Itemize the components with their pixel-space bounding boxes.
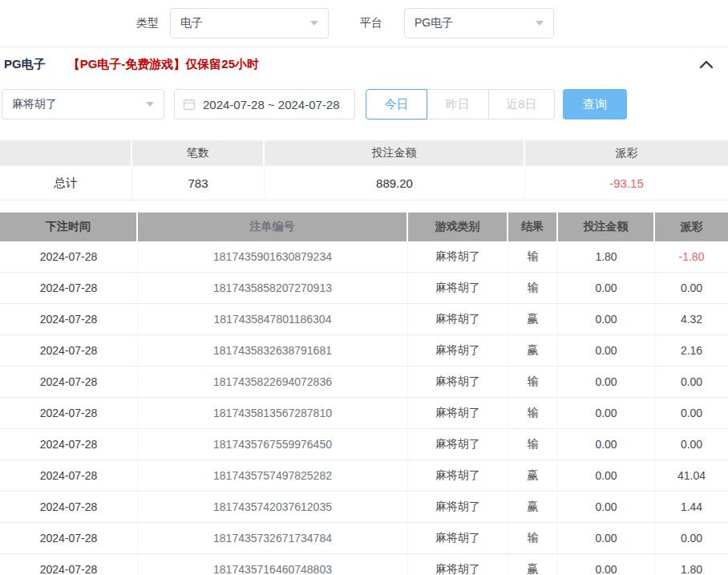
header-bet-time: 下注时间 xyxy=(0,213,138,241)
cell-payout: 4.32 xyxy=(655,304,728,334)
cell-game: 麻将胡了 xyxy=(408,304,508,334)
section-notice: 【PG电子-免费游戏】仅保留25小时 xyxy=(68,57,259,72)
header-payout: 派彩 xyxy=(655,213,728,241)
platform-select-value: PG电子 xyxy=(415,16,453,30)
cell-result: 赢 xyxy=(508,304,558,334)
date-range-input[interactable]: 2024-07-28 ~ 2024-07-28 xyxy=(174,89,355,119)
cell-bet-amount: 0.00 xyxy=(558,304,655,334)
query-bar: 麻将胡了 2024-07-28 ~ 2024-07-28 今日 昨日 近8日 查… xyxy=(2,89,728,119)
table-row: 2024-07-28 1817435901630879234 麻将胡了 输 1.… xyxy=(0,241,728,273)
cell-result: 输 xyxy=(508,241,558,272)
cell-bet-time: 2024-07-28 xyxy=(0,429,138,460)
cell-bet-amount: 0.00 xyxy=(558,523,655,553)
cell-bet-id: 1817435757497825282 xyxy=(138,460,408,491)
table-row: 2024-07-28 1817435767559976450 麻将胡了 输 0.… xyxy=(0,429,728,460)
table-row: 2024-07-28 1817435742037612035 麻将胡了 赢 0.… xyxy=(0,492,728,523)
header-bet-id: 注单编号 xyxy=(138,213,408,241)
cell-result: 赢 xyxy=(508,335,558,366)
caret-down-icon xyxy=(146,102,154,107)
cell-bet-time: 2024-07-28 xyxy=(0,273,138,303)
cell-payout: -1.80 xyxy=(655,241,728,272)
cell-bet-time: 2024-07-28 xyxy=(0,335,138,366)
cell-bet-amount: 0.00 xyxy=(558,460,655,491)
caret-down-icon xyxy=(310,21,318,26)
cell-bet-id: 1817435716460748803 xyxy=(138,554,408,575)
table-row: 2024-07-28 1817435847801186304 麻将胡了 赢 0.… xyxy=(0,304,728,335)
header-game-category: 游戏类别 xyxy=(408,213,508,241)
cell-bet-time: 2024-07-28 xyxy=(0,398,138,428)
cell-result: 赢 xyxy=(508,460,558,491)
type-select[interactable]: 电子 xyxy=(170,8,329,38)
table-row: 2024-07-28 1817435832638791681 麻将胡了 赢 0.… xyxy=(0,335,728,366)
cell-payout: 0.00 xyxy=(655,366,728,397)
table-row: 2024-07-28 1817435813567287810 麻将胡了 输 0.… xyxy=(0,398,728,429)
cell-game: 麻将胡了 xyxy=(408,523,508,553)
cell-bet-id: 1817435732671734784 xyxy=(138,523,408,553)
table-header-row: 下注时间 注单编号 游戏类别 结果 投注金额 派彩 xyxy=(0,213,728,241)
table-row: 2024-07-28 1817435858207270913 麻将胡了 输 0.… xyxy=(0,273,728,304)
cell-game: 麻将胡了 xyxy=(408,398,508,428)
platform-select[interactable]: PG电子 xyxy=(404,8,554,38)
today-button[interactable]: 今日 xyxy=(366,89,427,119)
header-bet-amount: 投注金额 xyxy=(558,213,655,241)
date-range-value: 2024-07-28 ~ 2024-07-28 xyxy=(203,98,340,111)
cell-game: 麻将胡了 xyxy=(408,492,508,522)
cell-game: 麻将胡了 xyxy=(408,429,508,460)
cell-bet-time: 2024-07-28 xyxy=(0,523,138,553)
table-row: 2024-07-28 1817435822694072836 麻将胡了 输 0.… xyxy=(0,366,728,398)
cell-bet-id: 1817435822694072836 xyxy=(138,366,408,397)
summary-header-row: 笔数 投注金额 派彩 xyxy=(0,140,728,166)
cell-bet-time: 2024-07-28 xyxy=(0,241,138,272)
section-title: PG电子 xyxy=(4,57,46,72)
cell-payout: 0.00 xyxy=(655,273,728,303)
summary-header-payout: 派彩 xyxy=(525,140,728,166)
type-select-value: 电子 xyxy=(180,16,203,30)
cell-result: 赢 xyxy=(508,554,558,575)
cell-bet-time: 2024-07-28 xyxy=(0,366,138,397)
cell-game: 麻将胡了 xyxy=(408,366,508,397)
cell-bet-time: 2024-07-28 xyxy=(0,304,138,334)
caret-down-icon xyxy=(536,21,544,26)
top-filter-bar: 类型 电子 平台 PG电子 xyxy=(0,0,728,47)
summary-header-blank xyxy=(0,140,132,166)
calendar-icon xyxy=(183,98,196,111)
table-row: 2024-07-28 1817435732671734784 麻将胡了 输 0.… xyxy=(0,523,728,554)
collapse-button[interactable] xyxy=(699,60,714,69)
cell-result: 输 xyxy=(508,273,558,303)
cell-payout: 0.00 xyxy=(655,398,728,428)
cell-bet-id: 1817435901630879234 xyxy=(138,241,408,272)
cell-bet-amount: 0.00 xyxy=(558,429,655,460)
yesterday-button[interactable]: 昨日 xyxy=(427,89,489,119)
cell-bet-amount: 1.80 xyxy=(558,241,655,272)
game-select-value: 麻将胡了 xyxy=(12,97,57,111)
cell-game: 麻将胡了 xyxy=(408,554,508,575)
cell-result: 赢 xyxy=(508,492,558,522)
cell-payout: 2.16 xyxy=(655,335,728,366)
cell-result: 输 xyxy=(508,429,558,460)
summary-total-payout: -93.15 xyxy=(525,166,728,200)
type-label: 类型 xyxy=(136,16,159,30)
summary-total-bet-amount: 889.20 xyxy=(265,166,525,200)
game-select[interactable]: 麻将胡了 xyxy=(2,89,164,119)
quick-filter-group: 今日 昨日 近8日 xyxy=(366,89,555,119)
cell-bet-amount: 0.00 xyxy=(558,554,655,575)
cell-game: 麻将胡了 xyxy=(408,335,508,366)
cell-bet-id: 1817435813567287810 xyxy=(138,398,408,428)
summary-total-count: 783 xyxy=(132,166,265,200)
cell-bet-time: 2024-07-28 xyxy=(0,460,138,491)
section-header: PG电子 【PG电子-免费游戏】仅保留25小时 xyxy=(0,47,728,81)
cell-bet-time: 2024-07-28 xyxy=(0,492,138,522)
cell-bet-id: 1817435767559976450 xyxy=(138,429,408,460)
cell-bet-amount: 0.00 xyxy=(558,335,655,366)
cell-payout: 41.04 xyxy=(655,460,728,491)
bet-records-table: 下注时间 注单编号 游戏类别 结果 投注金额 派彩 2024-07-28 181… xyxy=(0,213,728,575)
cell-game: 麻将胡了 xyxy=(408,241,508,272)
summary-total-row: 总计 783 889.20 -93.15 xyxy=(0,166,728,200)
last-8-days-button[interactable]: 近8日 xyxy=(489,89,555,119)
cell-payout: 0.00 xyxy=(655,429,728,460)
search-button[interactable]: 查询 xyxy=(563,89,627,119)
summary-total-label: 总计 xyxy=(0,166,132,200)
cell-bet-amount: 0.00 xyxy=(558,366,655,397)
cell-payout: 1.80 xyxy=(655,554,728,575)
cell-bet-id: 1817435742037612035 xyxy=(138,492,408,522)
